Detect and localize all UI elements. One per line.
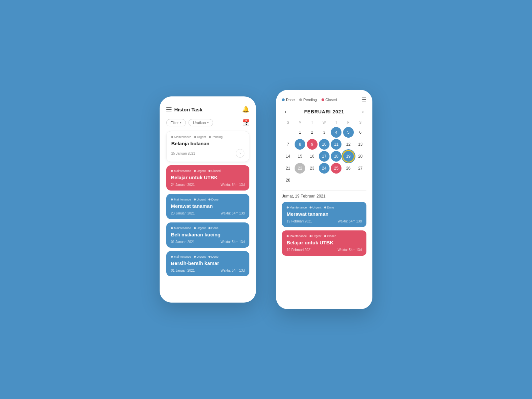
calendar-weekdays: SMTWTFS — [282, 119, 366, 126]
task-time: Waktu: 54m 13d — [221, 240, 245, 244]
calendar-day — [331, 175, 341, 186]
cal-task-card[interactable]: Maintenance Urgent Done Merawat tanaman … — [282, 202, 366, 227]
calendar-day[interactable]: 14 — [283, 151, 293, 162]
cal-task-tag: Closed — [324, 234, 336, 238]
menu-icon[interactable]: ☰ — [362, 96, 366, 103]
page-title: Histori Task — [174, 107, 202, 112]
calendar-day[interactable]: 17 — [319, 151, 330, 162]
legend-done: Done — [282, 98, 295, 102]
calendar-day[interactable]: 4 — [331, 127, 341, 138]
calendar-day[interactable]: 9 — [307, 139, 318, 150]
task-tag: Urgent — [194, 198, 206, 201]
cal-task-date: 19 Februari 2021 — [287, 248, 312, 252]
task-card[interactable]: Maintenance Urgent Pending Belanja bulan… — [166, 131, 249, 162]
task-date: 01 Januari 2021 — [171, 240, 195, 244]
calendar-day[interactable]: 11 — [331, 139, 341, 150]
calendar-day[interactable]: 8 — [295, 139, 305, 150]
calendar-day[interactable]: 24 — [319, 163, 330, 174]
calendar-month-title: FEBRUARI 2021 — [304, 109, 344, 114]
hamburger-icon[interactable] — [166, 107, 172, 111]
weekday-label: F — [342, 119, 354, 126]
calendar-day[interactable]: 6 — [355, 127, 366, 138]
bell-icon[interactable]: 🔔 — [242, 106, 249, 113]
task-tag: Maintenance — [171, 169, 191, 173]
task-title: Belajar untuk UTBK — [171, 175, 245, 180]
task-title: Beli makanan kucing — [171, 232, 245, 237]
prev-month-button[interactable]: ‹ — [282, 107, 289, 116]
task-tag: Pending — [209, 135, 223, 139]
calendar-icon[interactable]: 📅 — [242, 119, 249, 126]
cal-task-tag: Urgent — [310, 234, 322, 238]
task-card[interactable]: Maintenance Urgent Done Bersih-bersih ka… — [166, 251, 249, 276]
calendar-day[interactable]: 22 — [295, 163, 305, 174]
task-tag: Done — [208, 226, 219, 230]
calendar-day[interactable]: 21 — [283, 163, 293, 174]
cal-task-title: Belajar untuk UTBK — [287, 240, 362, 245]
calendar-day[interactable]: 26 — [343, 163, 354, 174]
cal-task-card[interactable]: Maintenance Urgent Closed Belajar untuk … — [282, 230, 366, 256]
cal-task-tag: Maintenance — [287, 234, 307, 238]
calendar-day[interactable]: 27 — [355, 163, 366, 174]
selected-date: Jumat, 19 Februari 2021. — [282, 194, 366, 199]
task-list: Maintenance Urgent Pending Belanja bulan… — [166, 131, 249, 276]
cal-task-time: Waktu: 54m 13d — [338, 219, 362, 223]
left-phone: Histori Task 🔔 Filter ▾ Urutkan ▾ 📅 Main… — [160, 96, 256, 303]
task-tag: Maintenance — [171, 226, 191, 230]
calendar-day[interactable]: 18 — [331, 151, 341, 162]
left-phone-header: Histori Task 🔔 — [166, 106, 249, 113]
calendar-day[interactable]: 13 — [355, 139, 366, 150]
task-time: Waktu: 54m 13d — [221, 211, 245, 215]
calendar-day[interactable]: 23 — [307, 163, 318, 174]
calendar-day[interactable]: 16 — [307, 151, 318, 162]
cal-task-tag: Done — [324, 206, 334, 209]
calendar-day[interactable]: 20 — [355, 151, 366, 162]
calendar-day[interactable]: 15 — [295, 151, 305, 162]
calendar-day — [319, 175, 330, 186]
task-arrow[interactable]: › — [236, 149, 244, 158]
calendar-day[interactable]: 25 — [331, 163, 341, 174]
task-card[interactable]: Maintenance Urgent Done Merawat tanaman … — [166, 194, 249, 219]
task-time: Waktu: 54m 13d — [221, 269, 245, 272]
task-tag: Urgent — [194, 255, 206, 258]
calendar-day — [355, 175, 366, 186]
legend-closed: Closed — [322, 98, 337, 102]
cal-task-date: 19 Februari 2021 — [287, 219, 312, 223]
next-month-button[interactable]: › — [359, 107, 366, 116]
calendar-day — [343, 175, 354, 186]
task-title: Belanja bulanan — [171, 141, 244, 146]
calendar-day[interactable]: 2 — [307, 127, 318, 138]
cal-task-title: Merawat tanaman — [287, 211, 362, 217]
task-title: Merawat tanaman — [171, 203, 245, 209]
calendar-day[interactable]: 19 — [343, 151, 354, 162]
filter-button[interactable]: Filter ▾ — [166, 119, 186, 126]
weekday-label: S — [282, 119, 294, 126]
right-phone: Done Pending Closed ☰ ‹ FEBRUARI 2021 › … — [276, 90, 372, 309]
calendar-days: 1234567891011121314151617181920212223242… — [282, 127, 366, 186]
task-tag: Maintenance — [171, 255, 191, 258]
task-card[interactable]: Maintenance Urgent Closed Belajar untuk … — [166, 165, 249, 191]
calendar-day[interactable]: 10 — [319, 139, 330, 150]
cal-task-tag: Maintenance — [287, 206, 307, 209]
task-date: 24 Januari 2021 — [171, 183, 195, 187]
task-card[interactable]: Maintenance Urgent Done Beli makanan kuc… — [166, 222, 249, 248]
task-tag: Urgent — [194, 135, 206, 139]
task-date: 23 Januari 2021 — [171, 211, 195, 215]
legend-row: Done Pending Closed ☰ — [282, 96, 366, 103]
task-tag: Done — [208, 198, 219, 201]
calendar-day[interactable]: 5 — [343, 127, 354, 138]
task-tag: Done — [208, 255, 219, 258]
sort-button[interactable]: Urutkan ▾ — [189, 119, 213, 126]
task-tag: Maintenance — [171, 198, 191, 201]
calendar-day[interactable]: 28 — [283, 175, 293, 186]
task-tag: Maintenance — [171, 135, 192, 139]
weekday-label: T — [306, 119, 318, 126]
calendar-day[interactable]: 7 — [283, 139, 293, 150]
calendar-day[interactable]: 12 — [343, 139, 354, 150]
calendar-day[interactable]: 3 — [319, 127, 330, 138]
task-tag: Urgent — [194, 226, 206, 230]
weekday-label: M — [294, 119, 306, 126]
calendar-day[interactable]: 1 — [295, 127, 305, 138]
cal-task-list: Maintenance Urgent Done Merawat tanaman … — [282, 202, 366, 256]
task-title: Bersih-bersih kamar — [171, 260, 245, 266]
legend-pending: Pending — [299, 98, 317, 102]
